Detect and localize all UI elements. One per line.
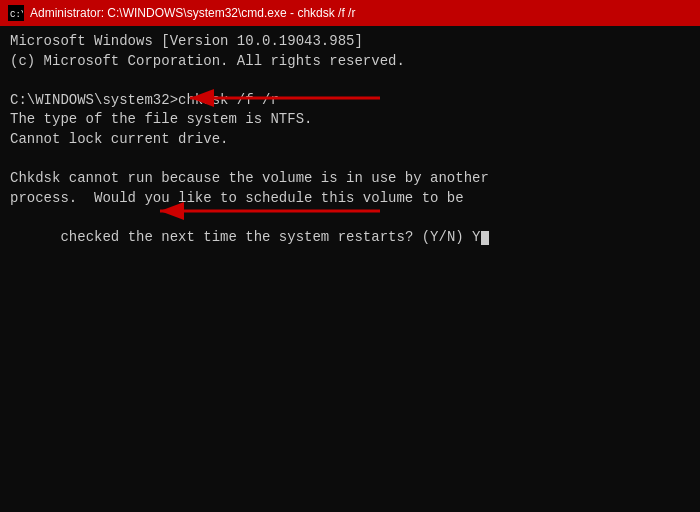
arrow2-annotation: [140, 186, 390, 236]
terminal-line-2: (c) Microsoft Corporation. All rights re…: [10, 52, 690, 72]
cmd-icon: C:\: [8, 5, 24, 21]
terminal-line-7: [10, 150, 690, 170]
arrow1-annotation: [170, 78, 390, 118]
terminal-line-1: Microsoft Windows [Version 10.0.19043.98…: [10, 32, 690, 52]
cursor: [481, 231, 489, 245]
cmd-window: C:\ Administrator: C:\WINDOWS\system32\c…: [0, 0, 700, 512]
title-bar: C:\ Administrator: C:\WINDOWS\system32\c…: [0, 0, 700, 26]
terminal-line-6: Cannot lock current drive.: [10, 130, 690, 150]
terminal-body[interactable]: Microsoft Windows [Version 10.0.19043.98…: [0, 26, 700, 512]
window-title: Administrator: C:\WINDOWS\system32\cmd.e…: [30, 6, 692, 20]
svg-text:C:\: C:\: [10, 10, 23, 20]
